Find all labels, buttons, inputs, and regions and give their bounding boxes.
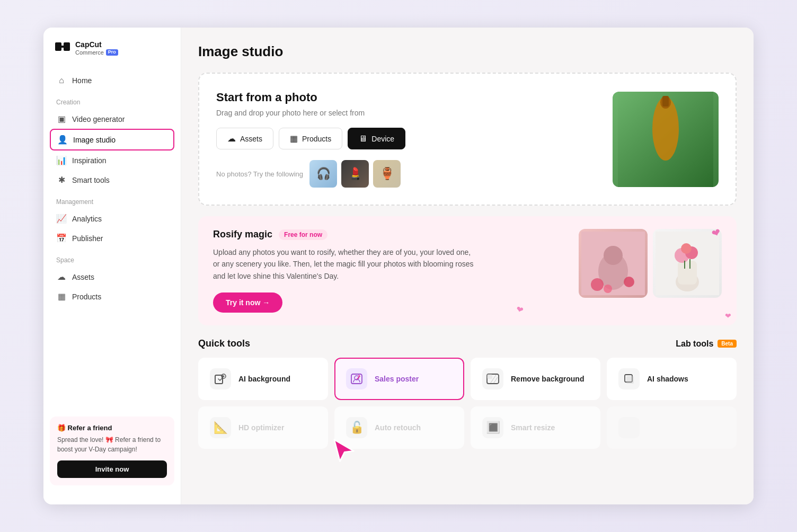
sidebar-item-image-studio[interactable]: 👤 Image studio: [50, 129, 174, 150]
tools-grid-row2: 📐 HD optimizer 🔓 Auto retouch 🔳 Smart re…: [198, 406, 737, 449]
cursor-arrow: [330, 436, 357, 464]
section-management: Management: [50, 190, 174, 209]
upload-left: Start from a photo Drag and drop your ph…: [216, 91, 600, 188]
tool-name-ai-shadows: AI shadows: [647, 375, 688, 383]
image-studio-icon: 👤: [57, 135, 68, 145]
upload-title: Start from a photo: [216, 91, 600, 104]
logo-area: CapCut Commerce Pro: [43, 38, 181, 71]
svg-rect-15: [678, 261, 697, 285]
svg-rect-2: [58, 46, 67, 48]
section-creation: Creation: [50, 90, 174, 109]
lab-tools-label: Lab tools: [676, 339, 713, 349]
publisher-icon: 📅: [56, 233, 67, 243]
sidebar-label-image-studio: Image studio: [73, 136, 116, 144]
source-btn-assets[interactable]: ☁ Assets: [216, 128, 273, 149]
smart-tools-icon: ✱: [56, 175, 67, 185]
svg-rect-30: [626, 376, 634, 384]
rosify-desc: Upload any photos you want to rosify, wh…: [213, 246, 478, 282]
logo-title: CapCut: [75, 41, 118, 49]
sidebar-label-publisher: Publisher: [72, 234, 103, 243]
sidebar-label-products: Products: [72, 292, 101, 301]
no-photos-row: No photos? Try the following 🎧 💄 🏺: [216, 160, 600, 188]
upload-subtitle: Drag and drop your photo here or select …: [216, 109, 600, 117]
sidebar: CapCut Commerce Pro ⌂ Home Creation ▣ Vi…: [43, 28, 181, 504]
sidebar-label-home: Home: [72, 76, 92, 85]
sidebar-item-analytics[interactable]: 📈 Analytics: [50, 209, 174, 228]
sidebar-item-smart-tools[interactable]: ✱ Smart tools: [50, 170, 174, 190]
rosify-title: Rosify magic: [213, 229, 272, 240]
sidebar-item-assets[interactable]: ☁ Assets: [50, 267, 174, 287]
sidebar-item-home[interactable]: ⌂ Home: [50, 71, 174, 90]
rosify-images: ❤ ❤ ❤: [579, 229, 722, 298]
tool-card-ai-background[interactable]: AI background: [198, 358, 328, 400]
rosify-image-1: [579, 229, 648, 298]
partial-tool-icon-1: 📐: [210, 417, 231, 438]
ai-shadows-icon: [618, 368, 640, 389]
tools-header: Quick tools Lab tools Beta: [198, 338, 737, 349]
partial-tool-icon-4: [618, 417, 640, 438]
section-space: Space: [50, 248, 174, 267]
lab-tools-section: Lab tools Beta: [676, 339, 737, 349]
partial-tool-name-3: Smart resize: [511, 423, 555, 432]
logo-text: CapCut Commerce Pro: [75, 41, 118, 55]
pro-badge: Pro: [106, 49, 118, 56]
sidebar-label-inspiration: Inspiration: [72, 156, 107, 165]
video-icon: ▣: [56, 114, 67, 124]
source-btn-products[interactable]: ▦ Products: [279, 128, 342, 149]
analytics-icon: 📈: [56, 214, 67, 224]
sidebar-item-inspiration[interactable]: 📊 Inspiration: [50, 150, 174, 170]
partial-tool-icon-2: 🔓: [346, 417, 367, 438]
app-container: CapCut Commerce Pro ⌂ Home Creation ▣ Vi…: [43, 28, 754, 504]
refer-desc: Spread the love! 🎀 Refer a friend to boo…: [57, 435, 167, 454]
sidebar-item-video-generator[interactable]: ▣ Video generator: [50, 109, 174, 129]
tool-card-partial-3[interactable]: 🔳 Smart resize: [471, 406, 600, 449]
tool-card-sales-poster[interactable]: Sales poster: [334, 358, 464, 400]
sidebar-item-products[interactable]: ▦ Products: [50, 287, 174, 306]
svg-rect-6: [662, 96, 669, 107]
tool-card-partial-1[interactable]: 📐 HD optimizer: [198, 406, 328, 449]
tool-name-remove-background: Remove background: [511, 375, 584, 383]
cloud-icon: ☁: [227, 134, 236, 144]
main-content: Image studio Start from a photo Drag and…: [181, 28, 754, 504]
sample-thumb-3[interactable]: 🏺: [373, 160, 401, 188]
invite-button[interactable]: Invite now: [57, 460, 167, 478]
upload-preview-image: [613, 92, 719, 187]
sidebar-label-smart-tools: Smart tools: [72, 176, 110, 184]
sample-thumb-1[interactable]: 🎧: [309, 160, 337, 188]
tool-card-partial-4[interactable]: [607, 406, 737, 449]
svg-rect-28: [487, 374, 492, 379]
page-title: Image studio: [198, 43, 737, 60]
sample-thumb-2[interactable]: 💄: [341, 160, 369, 188]
inspiration-icon: 📊: [56, 155, 67, 165]
sales-poster-icon: [346, 368, 367, 389]
tools-grid: AI background Sales poster: [198, 358, 737, 400]
svg-point-10: [591, 278, 604, 291]
partial-tool-name-2: Auto retouch: [375, 423, 421, 432]
tool-name-sales-poster: Sales poster: [375, 375, 419, 383]
svg-point-9: [604, 246, 623, 265]
ai-background-icon: [210, 368, 231, 389]
partial-tool-icon-3: 🔳: [482, 417, 503, 438]
svg-point-11: [624, 277, 634, 287]
quick-tools-title: Quick tools: [198, 338, 250, 349]
tools-area: Quick tools Lab tools Beta: [198, 338, 737, 449]
no-photos-text: No photos? Try the following: [216, 170, 303, 178]
tool-card-ai-shadows[interactable]: AI shadows: [607, 358, 737, 400]
partial-tool-name-1: HD optimizer: [238, 423, 284, 432]
free-badge: Free for now: [279, 229, 327, 240]
assets-icon: ☁: [56, 272, 67, 282]
try-now-button[interactable]: Try it now →: [213, 292, 282, 313]
sidebar-nav: ⌂ Home Creation ▣ Video generator 👤 Imag…: [43, 71, 181, 408]
tool-card-remove-background[interactable]: Remove background: [471, 358, 600, 400]
sidebar-label-video: Video generator: [72, 115, 125, 123]
sample-thumbnails: 🎧 💄 🏺: [309, 160, 401, 188]
refer-card: 🎁 Refer a friend Spread the love! 🎀 Refe…: [50, 416, 174, 485]
products-icon: ▦: [56, 291, 67, 302]
source-buttons: ☁ Assets ▦ Products 🖥 Device: [216, 128, 600, 149]
remove-background-icon: [482, 368, 503, 389]
sidebar-item-publisher[interactable]: 📅 Publisher: [50, 228, 174, 248]
sidebar-label-assets: Assets: [72, 273, 94, 281]
source-btn-device[interactable]: 🖥 Device: [348, 128, 405, 149]
svg-point-12: [604, 285, 612, 293]
upload-area[interactable]: Start from a photo Drag and drop your ph…: [198, 73, 737, 206]
